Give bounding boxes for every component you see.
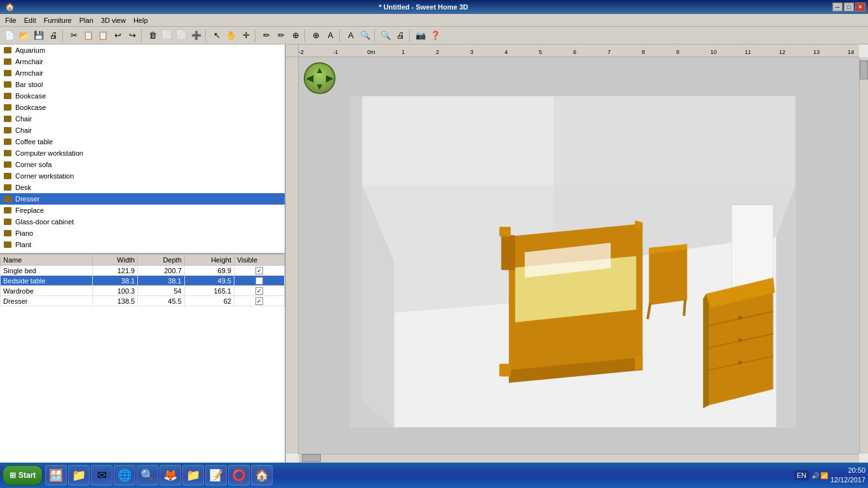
tree-item-label: Coffee table xyxy=(15,138,53,146)
taskbar-app-1[interactable]: 📁 xyxy=(68,465,90,485)
start-button[interactable]: ⊞ Start xyxy=(3,465,43,485)
tree-item-plant[interactable]: Plant xyxy=(0,239,285,250)
scroll-thumb-bottom[interactable] xyxy=(302,454,321,462)
toolbar-btn-25[interactable]: 📷 xyxy=(414,29,428,43)
tree-item-chair[interactable]: Chair xyxy=(0,113,285,125)
table-row[interactable]: Single bed121.9200.769.9✓ xyxy=(1,266,285,276)
nav-up-arrow[interactable]: ▲ xyxy=(315,65,324,75)
taskbar: ⊞ Start 🪟📁✉🌐🔍🦊📁📝⭕🏠 EN 🔊 📶 20:50 12/12/20… xyxy=(0,463,868,488)
tree-item-corner-sofa[interactable]: Corner sofa xyxy=(0,159,285,170)
tree-item-glass-door-cabinet[interactable]: Glass-door cabinet xyxy=(0,216,285,227)
toolbar-btn-0[interactable]: 📄 xyxy=(3,29,17,43)
cell-height: 165.1 xyxy=(184,286,234,296)
toolbar-btn-20[interactable]: A xyxy=(323,29,337,43)
toolbar-btn-18[interactable]: ⊕ xyxy=(288,29,302,43)
toolbar-btn-12[interactable]: ➕ xyxy=(189,29,203,43)
toolbar-btn-5[interactable]: 📋 xyxy=(81,29,95,43)
taskbar-app-3[interactable]: 🌐 xyxy=(114,465,135,485)
tree-item-label: Dresser xyxy=(15,195,40,203)
toolbar-btn-2[interactable]: 💾 xyxy=(32,29,46,43)
tree-item-armchair[interactable]: Armchair xyxy=(0,56,285,67)
toolbar-btn-16[interactable]: ✏ xyxy=(259,29,273,43)
tree-item-bookcase[interactable]: Bookcase xyxy=(0,102,285,113)
tree-item-desk[interactable]: Desk xyxy=(0,182,285,193)
menu-item-help[interactable]: Help xyxy=(130,15,152,25)
tree-item-chair[interactable]: Chair xyxy=(0,125,285,136)
tree-item-rectangular-table[interactable]: Rectangular table xyxy=(0,250,285,253)
toolbar-btn-6[interactable]: 📋 xyxy=(96,29,110,43)
navigation-control[interactable]: ▲ ▼ ◀ ▶ xyxy=(304,62,336,94)
tree-item-bar-stool[interactable]: Bar stool xyxy=(0,79,285,90)
svg-rect-8 xyxy=(4,139,11,145)
tree-item-bookcase[interactable]: Bookcase xyxy=(0,90,285,102)
tree-item-dresser[interactable]: Dresser xyxy=(0,193,285,205)
toolbar-btn-3[interactable]: 🖨 xyxy=(46,29,60,43)
taskbar-app-2[interactable]: ✉ xyxy=(91,465,112,485)
menu-item-furniture[interactable]: Furniture xyxy=(40,15,76,25)
table-row[interactable]: Wardrobe100.354165.1✓ xyxy=(1,286,285,296)
ruler-mark: 10 xyxy=(710,49,717,55)
toolbar-btn-7[interactable]: ↩ xyxy=(111,29,125,43)
tree-item-coffee-table[interactable]: Coffee table xyxy=(0,136,285,147)
tree-item-aquarium[interactable]: Aquarium xyxy=(0,44,285,56)
toolbar-btn-13[interactable]: ↖ xyxy=(210,29,224,43)
taskbar-app-9[interactable]: 🏠 xyxy=(251,465,273,485)
toolbar-btn-8[interactable]: ↪ xyxy=(125,29,139,43)
toolbar-btn-19[interactable]: ⊕ xyxy=(309,29,323,43)
toolbar-btn-15[interactable]: ✛ xyxy=(239,29,253,43)
ruler-mark: 9 xyxy=(676,49,679,55)
menu-item-file[interactable]: File xyxy=(1,15,20,25)
tree-item-piano[interactable]: Piano xyxy=(0,227,285,239)
taskbar-app-4[interactable]: 🔍 xyxy=(137,465,158,485)
toolbar-btn-23[interactable]: 🔍 xyxy=(379,29,393,43)
nav-left-arrow[interactable]: ◀ xyxy=(306,73,313,83)
tree-item-corner-workstation[interactable]: Corner workstation xyxy=(0,170,285,182)
toolbar-btn-9[interactable]: 🗑 xyxy=(146,29,159,43)
minimize-button[interactable]: ─ xyxy=(832,3,843,11)
cell-width: 38.1 xyxy=(93,276,138,286)
taskbar-app-0[interactable]: 🪟 xyxy=(45,465,67,485)
maximize-button[interactable]: □ xyxy=(844,3,854,11)
svg-rect-3 xyxy=(4,81,11,88)
menu-item-edit[interactable]: Edit xyxy=(20,15,40,25)
tree-item-label: Bookcase xyxy=(15,92,46,100)
visibility-checkbox[interactable]: ✓ xyxy=(255,277,263,285)
scrollbar-bottom[interactable] xyxy=(299,454,859,463)
scene-3d[interactable]: ▲ ▼ ◀ ▶ xyxy=(299,57,859,454)
toolbar-btn-10[interactable]: ⬜ xyxy=(160,29,174,43)
visibility-checkbox[interactable]: ✓ xyxy=(255,297,263,305)
menu-item-plan[interactable]: Plan xyxy=(76,15,97,25)
taskbar-app-6[interactable]: 📁 xyxy=(182,465,204,485)
toolbar-btn-1[interactable]: 📂 xyxy=(17,29,31,43)
3d-view[interactable]: -2-10m1234567891011121314 ▲ ▼ ◀ ▶ xyxy=(286,44,868,463)
furniture-icon xyxy=(3,228,13,238)
toolbar-btn-17[interactable]: ✏ xyxy=(274,29,288,43)
toolbar-btn-21[interactable]: A xyxy=(344,29,358,43)
toolbar-btn-14[interactable]: ✋ xyxy=(224,29,238,43)
nav-right-arrow[interactable]: ▶ xyxy=(326,73,333,83)
toolbar-separator xyxy=(304,29,307,42)
column-header: Width xyxy=(93,255,138,266)
tree-item-armchair[interactable]: Armchair xyxy=(0,67,285,79)
tree-item-computer-workstation[interactable]: Computer workstation xyxy=(0,147,285,159)
toolbar-btn-11[interactable]: ⬜ xyxy=(175,29,189,43)
table-row[interactable]: Bedside table38.138.149.5✓ xyxy=(1,276,285,286)
toolbar-btn-4[interactable]: ✂ xyxy=(67,29,81,43)
toolbar-btn-26[interactable]: ❓ xyxy=(428,29,442,43)
visibility-checkbox[interactable]: ✓ xyxy=(255,267,263,274)
toolbar-btn-24[interactable]: 🖨 xyxy=(393,29,407,43)
table-row[interactable]: Dresser138.545.562✓ xyxy=(1,296,285,306)
ruler-mark: 14 xyxy=(848,49,854,55)
visibility-checkbox[interactable]: ✓ xyxy=(255,287,263,295)
nav-down-arrow[interactable]: ▼ xyxy=(315,81,324,92)
close-button[interactable]: ✕ xyxy=(855,3,865,11)
scrollbar-right[interactable] xyxy=(859,57,868,454)
taskbar-app-5[interactable]: 🦊 xyxy=(159,465,181,485)
toolbar-btn-22[interactable]: 🔍 xyxy=(358,29,372,43)
tree-item-fireplace[interactable]: Fireplace xyxy=(0,205,285,216)
scroll-thumb-right[interactable] xyxy=(860,60,868,79)
taskbar-app-8[interactable]: ⭕ xyxy=(228,465,250,485)
menu-item-3d-view[interactable]: 3D view xyxy=(97,15,130,25)
taskbar-app-7[interactable]: 📝 xyxy=(205,465,227,485)
cell-name: Single bed xyxy=(1,266,93,276)
